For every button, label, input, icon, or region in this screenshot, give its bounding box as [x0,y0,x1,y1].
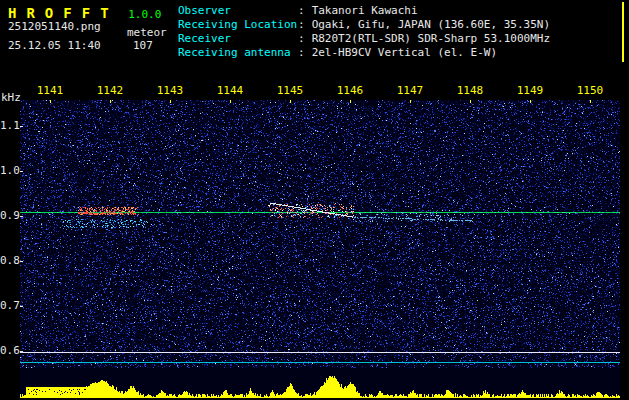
app-version: 1.0.0 [128,8,161,21]
observer-meta: Observer:Takanori Kawachi Receiving Loca… [178,4,550,60]
meta-value: Takanori Kawachi [305,4,418,17]
x-tick-label: 1148 [452,84,488,97]
app-name: HROFFT [8,5,119,21]
x-tick-label: 1142 [92,84,128,97]
meta-value: Ogaki, Gifu, JAPAN (136.60E, 35.35N) [305,18,550,31]
y-tick-label: 0.8 [0,254,17,267]
x-tick-label: 1143 [152,84,188,97]
output-filename: 2512051140.png [8,20,101,33]
spectrogram-canvas [20,100,620,398]
x-tick-label: 1150 [572,84,608,97]
x-tick-label: 1147 [392,84,428,97]
meta-label: Receiving Location [178,18,298,32]
header-right-rule [622,2,624,62]
meta-colon: : [298,4,305,17]
meta-row-observer: Observer:Takanori Kawachi [178,4,550,18]
y-tick-label: 0.6 [0,344,17,357]
x-tick-label: 1146 [332,84,368,97]
x-axis-labels: 1141 1142 1143 1144 1145 1146 1147 1148 … [20,84,620,98]
meta-colon: : [298,18,305,31]
y-tick-label: 1.1 [0,119,17,132]
meta-row-location: Receiving Location:Ogaki, Gifu, JAPAN (1… [178,18,550,32]
echo-count: 107 [133,39,153,52]
x-tick-label: 1149 [512,84,548,97]
record-datetime: 25.12.05 11:40 [8,39,101,52]
mode-label: meteor [127,26,167,39]
hrofft-report: HROFFT 1.0.0 2512051140.png meteor 25.12… [0,0,629,400]
meta-label: Receiver [178,32,298,46]
meta-label: Receiving antenna [178,46,298,60]
meta-colon: : [298,46,305,59]
x-tick-label: 1141 [32,84,68,97]
meta-label: Observer [178,4,298,18]
x-tick-label: 1144 [212,84,248,97]
x-tick-label: 1145 [272,84,308,97]
meta-row-antenna: Receiving antenna:2el-HB9CV Vertical (el… [178,46,550,60]
meta-row-receiver: Receiver:R820T2(RTL-SDR) SDR-Sharp 53.10… [178,32,550,46]
y-tick-label: 0.9 [0,209,17,222]
y-axis-labels: 1.1 1.0 0.9 0.8 0.7 0.6 [0,0,17,400]
meta-value: 2el-HB9CV Vertical (el. E-W) [305,46,497,59]
y-tick-label: 1.0 [0,164,17,177]
meta-value: R820T2(RTL-SDR) SDR-Sharp 53.1000MHz [305,32,550,45]
y-tick-label: 0.7 [0,299,17,312]
meta-colon: : [298,32,305,45]
